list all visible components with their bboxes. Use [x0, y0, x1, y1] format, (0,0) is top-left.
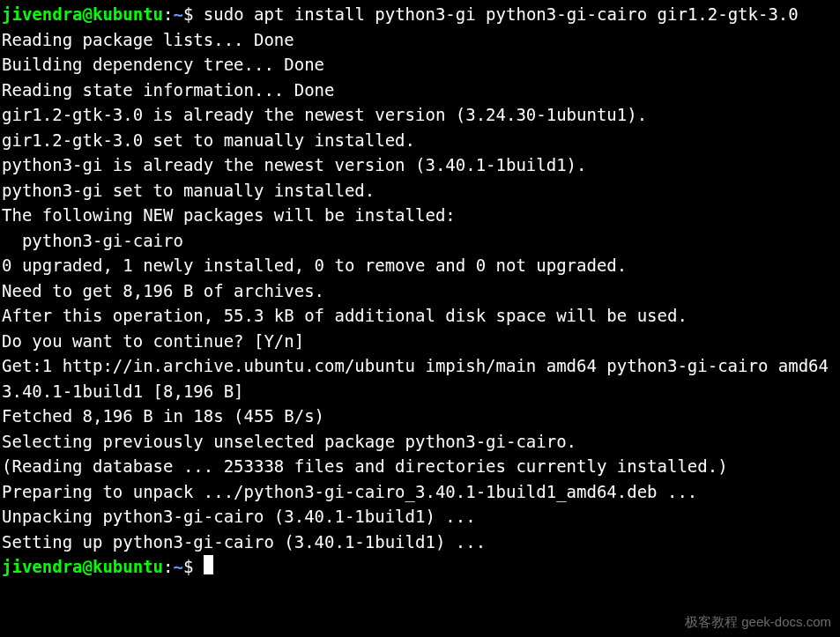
output-block: Reading package lists... DoneBuilding de…	[2, 27, 838, 555]
output-line: The following NEW packages will be insta…	[2, 203, 838, 228]
watermark-cn: 极客教程	[685, 614, 738, 629]
prompt-end: $	[183, 557, 204, 576]
watermark-en: geek-docs.com	[738, 614, 831, 629]
output-line: Get:1 http://in.archive.ubuntu.com/ubunt…	[2, 353, 838, 404]
output-line: Setting up python3-gi-cairo (3.40.1-1bui…	[2, 530, 838, 555]
cursor	[204, 555, 213, 574]
prompt-colon: :	[163, 4, 173, 24]
prompt-line-1: jivendra@kubuntu:~$ sudo apt install pyt…	[2, 2, 838, 27]
prompt-path: ~	[173, 4, 182, 24]
prompt-end: $	[183, 4, 204, 24]
prompt-line-2: jivendra@kubuntu:~$	[2, 554, 838, 580]
command-text: sudo apt install python3-gi python3-gi-c…	[204, 4, 799, 24]
output-line: Selecting previously unselected package …	[2, 429, 838, 455]
output-line: Reading package lists... Done	[2, 27, 838, 53]
output-line: (Reading database ... 253338 files and d…	[2, 454, 838, 479]
output-line: python3-gi is already the newest version…	[2, 152, 838, 178]
output-line: gir1.2-gtk-3.0 is already the newest ver…	[2, 102, 838, 128]
output-line: After this operation, 55.3 kB of additio…	[2, 303, 838, 329]
prompt-colon: :	[163, 557, 173, 576]
output-line: Need to get 8,196 B of archives.	[2, 278, 838, 304]
prompt-path: ~	[173, 557, 182, 576]
output-line: Do you want to continue? [Y/n]	[2, 329, 838, 354]
output-line: 0 upgraded, 1 newly installed, 0 to remo…	[2, 253, 838, 278]
user-host: jivendra@kubuntu	[2, 557, 163, 576]
output-line: Reading state information... Done	[2, 78, 838, 103]
output-line: Building dependency tree... Done	[2, 52, 838, 78]
watermark: 极客教程 geek-docs.com	[685, 612, 831, 633]
output-line: gir1.2-gtk-3.0 set to manually installed…	[2, 128, 838, 153]
output-line: Preparing to unpack .../python3-gi-cairo…	[2, 479, 838, 505]
output-line: Fetched 8,196 B in 18s (455 B/s)	[2, 404, 838, 429]
output-line: python3-gi set to manually installed.	[2, 178, 838, 204]
output-line: python3-gi-cairo	[2, 228, 838, 254]
output-line: Unpacking python3-gi-cairo (3.40.1-1buil…	[2, 504, 838, 530]
user-host: jivendra@kubuntu	[2, 4, 163, 24]
terminal-container[interactable]: jivendra@kubuntu:~$ sudo apt install pyt…	[2, 2, 838, 580]
